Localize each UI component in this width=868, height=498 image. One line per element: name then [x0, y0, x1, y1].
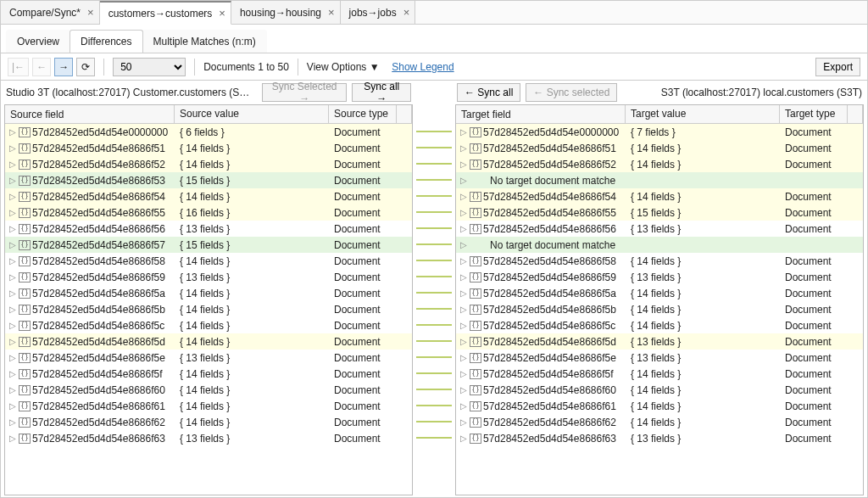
- table-row[interactable]: ▷{} 57d28452ed5d4d54e8686f59{ 13 fields …: [456, 269, 863, 285]
- table-row[interactable]: ▷{} 57d28452ed5d4d54e8686f62{ 14 fields …: [5, 414, 412, 430]
- table-row[interactable]: ▷No target document matche: [456, 172, 863, 188]
- sub-tab[interactable]: Multiple Matches (n:m): [142, 30, 267, 53]
- expand-icon[interactable]: ▷: [459, 385, 468, 394]
- table-row[interactable]: ▷{} 57d28452ed5d4d54e8686f59{ 13 fields …: [5, 269, 412, 285]
- table-row[interactable]: ▷{} 57d28452ed5d4d54e8686f5b{ 14 fields …: [5, 301, 412, 317]
- column-header-field[interactable]: Target field: [456, 105, 626, 123]
- table-row[interactable]: ▷{} 57d28452ed5d4d54e8686f58{ 14 fields …: [5, 253, 412, 269]
- column-header-type[interactable]: Source type: [329, 105, 397, 123]
- table-row[interactable]: ▷{} 57d28452ed5d4d54e8686f5e{ 13 fields …: [5, 350, 412, 366]
- sub-tab[interactable]: Overview: [6, 30, 70, 53]
- expand-icon[interactable]: ▷: [459, 240, 468, 249]
- table-row[interactable]: ▷{} 57d28452ed5d4d54e8686f63{ 13 fields …: [5, 430, 412, 446]
- column-header-field[interactable]: Source field: [5, 105, 175, 123]
- column-header-value[interactable]: Target value: [626, 105, 780, 123]
- table-row[interactable]: ▷{} 57d28452ed5d4d54e8686f61{ 14 fields …: [456, 398, 863, 414]
- expand-icon[interactable]: ▷: [459, 208, 468, 217]
- target-rows[interactable]: ▷{} 57d28452ed5d4d54e0000000{ 7 fields }…: [456, 124, 863, 495]
- table-row[interactable]: ▷{} 57d28452ed5d4d54e8686f53{ 15 fields …: [5, 172, 412, 188]
- top-tab[interactable]: Compare/Sync*×: [1, 1, 100, 24]
- expand-icon[interactable]: ▷: [459, 176, 468, 185]
- page-size-select[interactable]: 50: [113, 58, 186, 76]
- table-row[interactable]: ▷{} 57d28452ed5d4d54e8686f5a{ 14 fields …: [456, 285, 863, 301]
- close-icon[interactable]: ×: [403, 6, 410, 19]
- expand-icon[interactable]: ▷: [8, 256, 17, 266]
- expand-icon[interactable]: ▷: [459, 159, 468, 169]
- source-rows[interactable]: ▷{} 57d28452ed5d4d54e0000000{ 6 fields }…: [5, 124, 412, 495]
- expand-icon[interactable]: ▷: [8, 401, 17, 411]
- table-row[interactable]: ▷{} 57d28452ed5d4d54e8686f5d{ 14 fields …: [5, 333, 412, 350]
- table-row[interactable]: ▷{} 57d28452ed5d4d54e8686f61{ 14 fields …: [5, 398, 412, 414]
- close-icon[interactable]: ×: [87, 6, 94, 19]
- expand-icon[interactable]: ▷: [8, 385, 17, 394]
- expand-icon[interactable]: ▷: [8, 417, 17, 427]
- table-row[interactable]: ▷{} 57d28452ed5d4d54e8686f51{ 14 fields …: [5, 140, 412, 156]
- expand-icon[interactable]: ▷: [459, 224, 468, 233]
- show-legend-link[interactable]: Show Legend: [392, 61, 453, 73]
- top-tab[interactable]: housing→housing×: [231, 1, 341, 24]
- expand-icon[interactable]: ▷: [8, 353, 17, 362]
- top-tab[interactable]: jobs→jobs×: [341, 1, 416, 24]
- table-row[interactable]: ▷{} 57d28452ed5d4d54e8686f52{ 14 fields …: [5, 156, 412, 172]
- table-row[interactable]: ▷{} 57d28452ed5d4d54e8686f56{ 13 fields …: [5, 221, 412, 237]
- expand-icon[interactable]: ▷: [459, 305, 468, 314]
- view-options-button[interactable]: View Options ▼: [307, 61, 380, 73]
- table-row[interactable]: ▷{} 57d28452ed5d4d54e8686f51{ 14 fields …: [456, 140, 863, 156]
- expand-icon[interactable]: ▷: [459, 143, 468, 153]
- expand-icon[interactable]: ▷: [8, 143, 17, 153]
- table-row[interactable]: ▷{} 57d28452ed5d4d54e8686f55{ 16 fields …: [5, 204, 412, 221]
- expand-icon[interactable]: ▷: [459, 127, 468, 137]
- table-row[interactable]: ▷{} 57d28452ed5d4d54e0000000{ 7 fields }…: [456, 124, 863, 140]
- export-button[interactable]: Export: [815, 58, 860, 76]
- table-row[interactable]: ▷No target document matche: [456, 237, 863, 253]
- table-row[interactable]: ▷{} 57d28452ed5d4d54e0000000{ 6 fields }…: [5, 124, 412, 140]
- table-row[interactable]: ▷{} 57d28452ed5d4d54e8686f5f{ 14 fields …: [5, 366, 412, 382]
- table-row[interactable]: ▷{} 57d28452ed5d4d54e8686f5f{ 14 fields …: [456, 366, 863, 382]
- expand-icon[interactable]: ▷: [459, 256, 468, 266]
- expand-icon[interactable]: ▷: [8, 208, 17, 217]
- expand-icon[interactable]: ▷: [459, 272, 468, 282]
- expand-icon[interactable]: ▷: [8, 305, 17, 314]
- first-page-button[interactable]: |←: [8, 58, 29, 76]
- sync-selected-right-button[interactable]: Sync Selected →: [262, 83, 348, 102]
- expand-icon[interactable]: ▷: [459, 417, 468, 427]
- expand-icon[interactable]: ▷: [459, 434, 468, 443]
- expand-icon[interactable]: ▷: [8, 434, 17, 443]
- column-header-value[interactable]: Source value: [175, 105, 329, 123]
- column-header-type[interactable]: Target type: [780, 105, 848, 123]
- refresh-button[interactable]: ⟳: [76, 58, 95, 76]
- top-tab[interactable]: customers→customers×: [100, 1, 231, 25]
- table-row[interactable]: ▷{} 57d28452ed5d4d54e8686f57{ 15 fields …: [5, 237, 412, 253]
- table-row[interactable]: ▷{} 57d28452ed5d4d54e8686f54{ 14 fields …: [5, 188, 412, 204]
- expand-icon[interactable]: ▷: [8, 224, 17, 233]
- expand-icon[interactable]: ▷: [8, 369, 17, 378]
- expand-icon[interactable]: ▷: [459, 337, 468, 346]
- next-page-button[interactable]: →: [54, 58, 73, 76]
- table-row[interactable]: ▷{} 57d28452ed5d4d54e8686f5d{ 13 fields …: [456, 333, 863, 350]
- sub-tab[interactable]: Differences: [70, 30, 142, 53]
- expand-icon[interactable]: ▷: [8, 337, 17, 346]
- expand-icon[interactable]: ▷: [8, 192, 17, 201]
- sync-all-right-button[interactable]: Sync all →: [352, 83, 411, 102]
- table-row[interactable]: ▷{} 57d28452ed5d4d54e8686f63{ 13 fields …: [456, 430, 863, 446]
- expand-icon[interactable]: ▷: [8, 159, 17, 169]
- table-row[interactable]: ▷{} 57d28452ed5d4d54e8686f52{ 14 fields …: [456, 156, 863, 172]
- expand-icon[interactable]: ▷: [8, 176, 17, 185]
- table-row[interactable]: ▷{} 57d28452ed5d4d54e8686f5c{ 14 fields …: [5, 317, 412, 333]
- prev-page-button[interactable]: ←: [32, 58, 51, 76]
- expand-icon[interactable]: ▷: [459, 321, 468, 330]
- expand-icon[interactable]: ▷: [459, 353, 468, 362]
- sync-selected-left-button[interactable]: ← Sync selected: [526, 83, 617, 102]
- expand-icon[interactable]: ▷: [8, 272, 17, 282]
- table-row[interactable]: ▷{} 57d28452ed5d4d54e8686f58{ 14 fields …: [456, 253, 863, 269]
- table-row[interactable]: ▷{} 57d28452ed5d4d54e8686f5a{ 14 fields …: [5, 285, 412, 301]
- expand-icon[interactable]: ▷: [459, 369, 468, 378]
- expand-icon[interactable]: ▷: [8, 127, 17, 137]
- expand-icon[interactable]: ▷: [8, 240, 17, 249]
- table-row[interactable]: ▷{} 57d28452ed5d4d54e8686f5b{ 14 fields …: [456, 301, 863, 317]
- expand-icon[interactable]: ▷: [459, 288, 468, 298]
- expand-icon[interactable]: ▷: [459, 401, 468, 411]
- table-row[interactable]: ▷{} 57d28452ed5d4d54e8686f62{ 14 fields …: [456, 414, 863, 430]
- table-row[interactable]: ▷{} 57d28452ed5d4d54e8686f5e{ 13 fields …: [456, 350, 863, 366]
- expand-icon[interactable]: ▷: [8, 321, 17, 330]
